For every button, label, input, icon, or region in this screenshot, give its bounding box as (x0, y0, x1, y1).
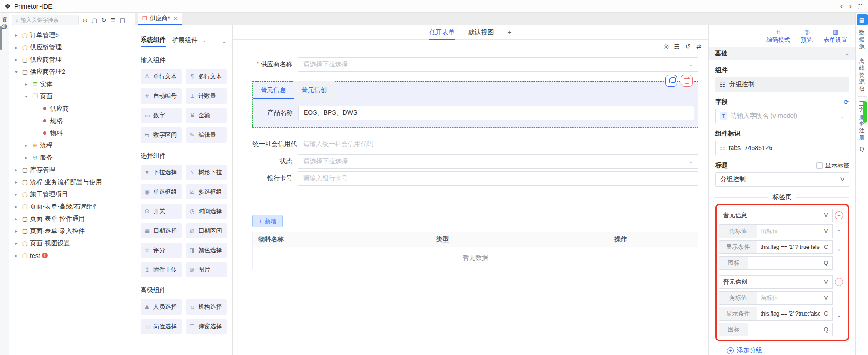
move-down-icon[interactable]: ↓ (837, 243, 841, 253)
add-view-tab[interactable]: + (507, 25, 511, 40)
status-select[interactable]: 请选择下拉选择 ⌄ (298, 154, 698, 169)
copy-component-button[interactable] (665, 75, 677, 87)
import-icon[interactable]: ▤ (120, 17, 125, 24)
components-more-icon[interactable]: ▪ (204, 39, 205, 44)
palette-item-计数器[interactable]: ±计数器 (186, 88, 227, 104)
palette-item-树形下拉[interactable]: ⌥树形下拉 (186, 165, 227, 180)
palette-item-编辑器[interactable]: ✎编辑器 (186, 127, 227, 143)
tree-item-物料[interactable]: 物料 (9, 127, 135, 139)
palette-item-人员选择[interactable]: ♟人员选择 (141, 299, 182, 315)
tab-system-components[interactable]: 系统组件 (141, 36, 166, 47)
display-condition-input[interactable]: this.flag == '2' ?true:false (757, 307, 820, 321)
expand-arrow-icon[interactable]: ▸ (13, 192, 20, 197)
outline-icon[interactable]: ☴ (674, 43, 680, 50)
palette-item-下拉选择[interactable]: ▾下拉选择 (141, 165, 182, 180)
tree-item-订单管理5[interactable]: ▸▢订单管理5 (9, 29, 135, 41)
palette-item-数字区间[interactable]: ⇆数字区间 (141, 127, 182, 143)
add-material-button[interactable]: + 新增 (252, 215, 283, 227)
expand-arrow-icon[interactable]: ▸ (13, 57, 20, 62)
palette-item-评分[interactable]: ☆评分 (141, 243, 182, 258)
section-basic[interactable]: 基础 ⌄ (709, 47, 855, 60)
tree-item-test[interactable]: ▸▢test! (9, 249, 135, 262)
expand-arrow-icon[interactable]: ▸ (23, 143, 30, 148)
expand-arrow-icon[interactable]: ▸ (13, 241, 20, 246)
palette-item-单行文本[interactable]: A单行文本 (141, 69, 182, 84)
collapse-palette-icon[interactable]: ⌄ (222, 38, 227, 44)
action-预览[interactable]: ◎预览 (801, 29, 813, 43)
search-input[interactable]: ⌕ 输入关键字搜索 (12, 15, 79, 25)
palette-item-数字[interactable]: 123数字 (141, 108, 182, 123)
undo-icon[interactable]: ↺ (685, 43, 690, 50)
tree-item-页面[interactable]: ▾❐页面 (9, 90, 135, 102)
save-icon[interactable] (858, 4, 863, 9)
action-编码模式[interactable]: ⌗编码模式 (766, 29, 790, 43)
view-tab-低开表单[interactable]: 低开表单 (429, 25, 455, 40)
doc-tab-supplier[interactable]: ❐ 供应商* × (138, 13, 182, 25)
tree-item-供应商[interactable]: 供应商 (9, 102, 135, 115)
tree-item-供应商管理[interactable]: ▸▢供应商管理 (9, 53, 135, 66)
variable-bind-button[interactable]: V (836, 172, 849, 187)
target-icon[interactable]: ◎ (663, 43, 668, 50)
tree-item-流程-业务流程配置与使用[interactable]: ▸▢流程-业务流程配置与使用 (9, 176, 135, 188)
remove-group-button[interactable]: − (835, 278, 843, 286)
credit-code-input[interactable]: 请输入统一社会信用代码 (298, 137, 698, 151)
tree-item-实体[interactable]: ▸☰实体 (9, 78, 135, 90)
palette-item-多行文本[interactable]: ¶多行文本 (186, 69, 227, 84)
tree-item-施工管理项目[interactable]: ▸▢施工管理项目 (9, 188, 135, 200)
palette-item-机构选择[interactable]: ⌂机构选择 (186, 299, 227, 315)
bank-card-input[interactable]: 请输入银行卡号 (298, 171, 698, 186)
view-tab-默认视图[interactable]: 默认视图 (468, 25, 494, 40)
display-condition-input[interactable]: this.flag == '1' ? true:false (757, 240, 820, 254)
palette-item-开关[interactable]: ⊙开关 (141, 204, 182, 219)
show-label-checkbox[interactable]: 显示标签 (816, 161, 849, 170)
remove-group-button[interactable]: − (835, 211, 843, 219)
supplier-name-select[interactable]: 请选择下拉选择 ⌄ (298, 57, 698, 72)
add-group-button[interactable]: + 添加分组 (727, 346, 849, 355)
tree-item-页面-表单-控件通用[interactable]: ▸▢页面-表单-控件通用 (9, 213, 135, 225)
tree-item-页面-视图设置[interactable]: ▸▢页面-视图设置 (9, 237, 135, 249)
move-up-icon[interactable]: ↑ (837, 293, 841, 303)
variable-bind-button[interactable]: V (820, 209, 833, 222)
product-name-input[interactable]: EOS、BPS、DWS (298, 106, 694, 120)
palette-item-弹窗选择[interactable]: ❐弹窗选择 (186, 319, 227, 334)
icon-search-button[interactable]: Q (820, 323, 833, 336)
icon-search-button[interactable]: Q (820, 256, 833, 270)
expand-arrow-icon[interactable]: ▸ (23, 155, 30, 160)
component-id-input[interactable]: ☷ tabs_74685126 (715, 141, 849, 155)
redo-icon[interactable]: ⇄ (696, 43, 701, 50)
badge-value-input[interactable]: 角标值 (757, 224, 820, 238)
strip-tab-数据源[interactable]: 数据源 (858, 29, 866, 50)
refresh-icon[interactable]: ↻ (101, 17, 106, 24)
palette-item-金额[interactable]: ¥金额 (186, 108, 227, 123)
expand-arrow-icon[interactable]: ▸ (13, 253, 20, 258)
variable-bind-button[interactable]: V (820, 291, 833, 305)
nav-forward-icon[interactable]: › (849, 2, 852, 10)
condition-bind-button[interactable]: C (820, 240, 833, 254)
strip-search-icon[interactable]: Q (859, 146, 864, 152)
action-表单设置[interactable]: ▦表单设置 (824, 29, 847, 43)
palette-item-附件上传[interactable]: ↥附件上传 (141, 262, 182, 277)
badge-value-input[interactable]: 角标值 (757, 291, 820, 305)
tree-item-库存管理[interactable]: ▸▢库存管理 (9, 164, 135, 176)
palette-item-日期区间[interactable]: ▧日期区间 (186, 223, 227, 238)
expand-arrow-icon[interactable]: ▾ (23, 94, 30, 99)
tree-item-供应链管理[interactable]: ▸▢供应链管理 (9, 41, 135, 53)
palette-item-时间选择[interactable]: ◷时间选择 (186, 204, 227, 219)
palette-item-图片[interactable]: ▨图片 (186, 262, 227, 277)
palette-item-单选框组[interactable]: ◉单选框组 (141, 184, 182, 199)
package-icon[interactable]: ▢ (92, 17, 97, 24)
palette-item-日期选择[interactable]: ▦日期选择 (141, 223, 182, 238)
group-tab-puyuan-xinchuang[interactable]: 普元信创 (294, 81, 335, 99)
palette-item-颜色选择[interactable]: ◨颜色选择 (186, 243, 227, 258)
icon-input[interactable] (748, 256, 820, 270)
tree-item-规格[interactable]: 规格 (9, 115, 135, 127)
expand-arrow-icon[interactable]: ▾ (13, 69, 20, 74)
palette-item-多选框组[interactable]: ☑多选框组 (186, 184, 227, 199)
variable-bind-button[interactable]: V (820, 275, 833, 289)
expand-arrow-icon[interactable]: ▸ (13, 33, 20, 38)
nav-back-icon[interactable]: ‹ (840, 2, 843, 10)
title-input[interactable]: 分组控制 (715, 172, 836, 187)
strip-tab-离线资源包[interactable]: 离线资源包 (858, 54, 867, 92)
expand-arrow-icon[interactable]: ▸ (13, 229, 20, 233)
palette-item-自动编号[interactable]: #自动编号 (141, 88, 182, 104)
